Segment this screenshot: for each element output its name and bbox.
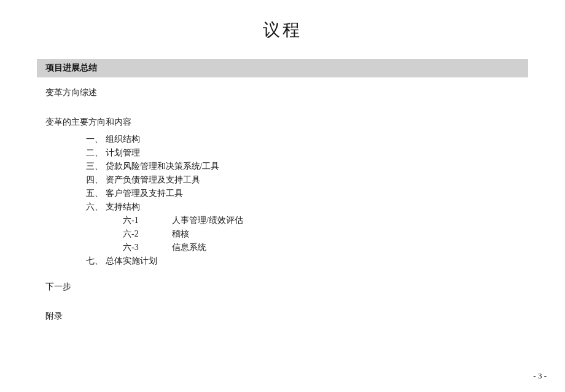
agenda-item-5: 五、 客户管理及支持工具 <box>37 188 528 199</box>
highlighted-agenda-item: 项目进展总结 <box>37 59 528 77</box>
page-container: 议程 项目进展总结 变革方向综述 变革的主要方向和内容 一、 组织结构 二、 计… <box>0 0 565 392</box>
agenda-item-next-steps: 下一步 <box>37 281 528 292</box>
agenda-item-6: 六、 支持结构 <box>37 202 528 213</box>
agenda-item-3: 三、 贷款风险管理和决策系统/工具 <box>37 161 528 172</box>
agenda-item-reform-overview: 变革方向综述 <box>37 87 528 98</box>
agenda-item-1: 一、 组织结构 <box>37 134 528 145</box>
agenda-item-appendix: 附录 <box>37 311 528 322</box>
page-title: 议程 <box>37 18 528 42</box>
agenda-item-6-3: 六-3 信息系统 <box>37 242 528 253</box>
agenda-item-7: 七、 总体实施计划 <box>37 256 528 267</box>
agenda-item-6-1: 六-1 人事管理/绩效评估 <box>37 215 528 226</box>
agenda-item-6-2: 六-2 稽核 <box>37 229 528 240</box>
agenda-item-4: 四、 资产负债管理及支持工具 <box>37 174 528 186</box>
agenda-item-reform-directions: 变革的主要方向和内容 <box>37 117 528 128</box>
agenda-item-2: 二、 计划管理 <box>37 147 528 159</box>
page-number: - 3 - <box>533 371 547 381</box>
